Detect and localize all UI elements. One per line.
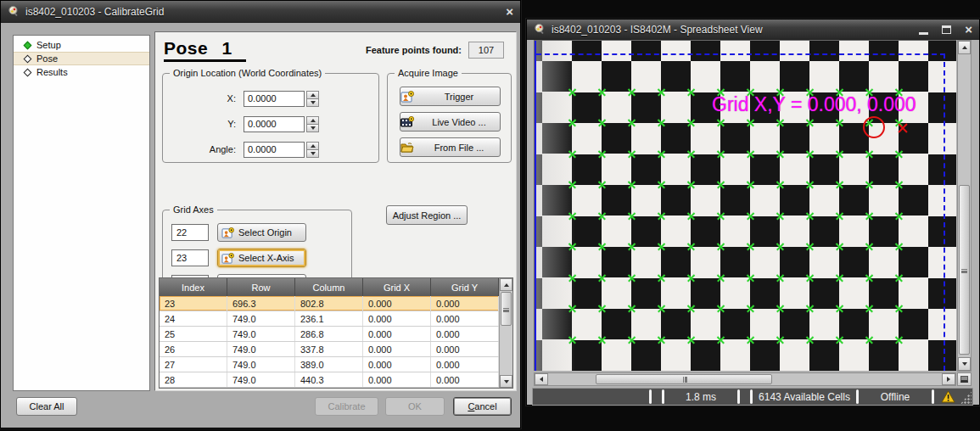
vertical-scrollbar[interactable] xyxy=(957,40,972,372)
feature-point-marker xyxy=(628,274,636,282)
col-header-row[interactable]: Row xyxy=(227,278,295,296)
scroll-up-icon[interactable] xyxy=(500,278,512,291)
table-row[interactable]: 26749.0337.80.0000.000 xyxy=(160,342,499,357)
feature-point-marker xyxy=(687,274,695,282)
region-right-edge[interactable] xyxy=(944,53,945,371)
scroll-left-icon[interactable] xyxy=(535,373,548,385)
trigger-button[interactable]: Trigger xyxy=(400,87,501,106)
spreadsheet-titlebar[interactable]: is8402_010203 - IS8402M - Spreadsheet Vi… xyxy=(527,20,979,40)
scroll-down-icon[interactable] xyxy=(958,357,971,371)
origin-highlight-circle xyxy=(863,116,885,138)
feature-point-marker xyxy=(806,336,814,344)
scrollbar-thumb[interactable] xyxy=(959,185,970,355)
live-video-button[interactable]: Live Video ... xyxy=(400,112,501,132)
x-spinner[interactable] xyxy=(306,91,319,107)
angle-label: Angle: xyxy=(187,144,236,154)
spinner-up-icon[interactable] xyxy=(306,91,319,99)
y-spinner[interactable] xyxy=(306,116,319,132)
scrollbar-thumb[interactable] xyxy=(596,374,772,384)
spinner-up-icon[interactable] xyxy=(306,116,319,125)
y-input[interactable] xyxy=(244,116,305,132)
cell-grid-y: 0.000 xyxy=(431,357,499,372)
scroll-right-icon[interactable] xyxy=(942,373,955,385)
table-scrollbar[interactable] xyxy=(499,278,512,388)
col-header-grid-y[interactable]: Grid Y xyxy=(431,278,499,296)
spinner-down-icon[interactable] xyxy=(306,150,319,158)
table-row[interactable]: 28749.0440.30.0000.000 xyxy=(160,372,499,388)
cancel-button[interactable]: Cancel xyxy=(453,397,512,416)
table-row[interactable]: 24749.0236.10.0000.000 xyxy=(160,311,499,327)
calibrate-button[interactable]: Calibrate xyxy=(315,397,378,416)
adjust-region-button[interactable]: Adjust Region ... xyxy=(386,205,468,225)
grid-origin-label: Grid X,Y = 0.000, 0.000 xyxy=(712,93,916,116)
angle-input[interactable] xyxy=(244,142,305,158)
feature-point-marker xyxy=(895,305,903,312)
feature-point-marker xyxy=(687,336,695,344)
col-header-column[interactable]: Column xyxy=(295,278,363,296)
minimize-icon[interactable] xyxy=(919,32,928,35)
selected-point-x-icon xyxy=(897,122,909,134)
feature-point-marker xyxy=(628,243,636,250)
cell-grid-y: 0.000 xyxy=(431,311,499,326)
spinner-down-icon[interactable] xyxy=(306,99,319,107)
cancel-label: Cancel xyxy=(468,401,496,411)
feature-point-marker xyxy=(895,243,903,250)
feature-point-marker xyxy=(628,305,636,312)
horizontal-scrollbar[interactable] xyxy=(534,372,956,386)
feature-point-marker xyxy=(628,212,636,220)
close-icon[interactable]: × xyxy=(506,6,513,18)
feature-point-marker xyxy=(717,243,725,250)
origin-cell-input[interactable] xyxy=(171,224,209,241)
clear-all-button[interactable]: Clear All xyxy=(16,397,77,416)
feature-point-marker xyxy=(658,305,665,312)
region-top-edge[interactable] xyxy=(536,53,945,55)
tree-item-setup[interactable]: Setup xyxy=(14,38,149,52)
diamond-complete-icon xyxy=(24,41,32,49)
close-icon[interactable]: × xyxy=(965,24,972,36)
feature-point-marker xyxy=(628,119,636,126)
cell-column: 802.8 xyxy=(295,296,363,311)
feature-point-marker xyxy=(687,88,695,96)
col-header-grid-x[interactable]: Grid X xyxy=(363,278,431,296)
tree-item-label: Pose xyxy=(36,53,58,64)
feature-point-marker xyxy=(598,243,606,250)
table-row[interactable]: 23696.3802.80.0000.000 xyxy=(160,296,499,311)
ok-button[interactable]: OK xyxy=(385,397,445,416)
cell-column: 440.3 xyxy=(295,372,363,387)
maximize-icon[interactable] xyxy=(942,25,951,34)
cell-column: 389.0 xyxy=(295,357,363,372)
feature-point-marker xyxy=(658,119,665,126)
calibrate-titlebar[interactable]: is8402_010203 - CalibrateGrid × xyxy=(1,1,520,23)
table-row[interactable]: 25749.0286.80.0000.000 xyxy=(160,327,499,342)
select-x-axis-button[interactable]: Select X-Axis xyxy=(217,249,306,267)
col-header-index[interactable]: Index xyxy=(160,278,227,296)
feature-point-marker xyxy=(568,274,576,282)
spinner-up-icon[interactable] xyxy=(306,142,319,150)
calibration-image-viewport[interactable]: Grid X,Y = 0.000, 0.000 xyxy=(534,40,956,371)
cell-grid-x: 0.000 xyxy=(363,311,431,326)
cell-column: 337.8 xyxy=(295,342,363,356)
spinner-down-icon[interactable] xyxy=(306,125,319,132)
from-file-button[interactable]: From File ... xyxy=(400,137,501,157)
cell-grid-x: 0.000 xyxy=(363,372,431,387)
warning-icon[interactable] xyxy=(935,389,960,405)
table-row[interactable]: 27749.0389.00.0000.000 xyxy=(160,357,499,372)
clear-all-label: Clear All xyxy=(30,401,64,411)
tree-item-pose[interactable]: Pose xyxy=(14,52,149,65)
x-input[interactable] xyxy=(244,91,305,107)
feature-point-marker xyxy=(717,150,725,158)
feature-point-marker xyxy=(598,150,606,158)
feature-point-marker xyxy=(895,181,903,188)
scroll-up-icon[interactable] xyxy=(958,41,971,54)
desktop: { "calibrate_window": { "title": "is8402… xyxy=(0,0,980,431)
tree-item-results[interactable]: Results xyxy=(14,65,149,79)
angle-spinner[interactable] xyxy=(306,142,319,158)
resize-grip[interactable] xyxy=(960,391,972,404)
feature-point-marker xyxy=(747,305,754,312)
feature-point-marker xyxy=(895,336,903,344)
view-corner-button[interactable] xyxy=(957,372,972,386)
x-axis-cell-input[interactable] xyxy=(171,249,209,266)
scroll-down-icon[interactable] xyxy=(500,375,512,388)
select-origin-button[interactable]: Select Origin xyxy=(217,223,306,242)
scrollbar-thumb[interactable] xyxy=(501,292,512,326)
